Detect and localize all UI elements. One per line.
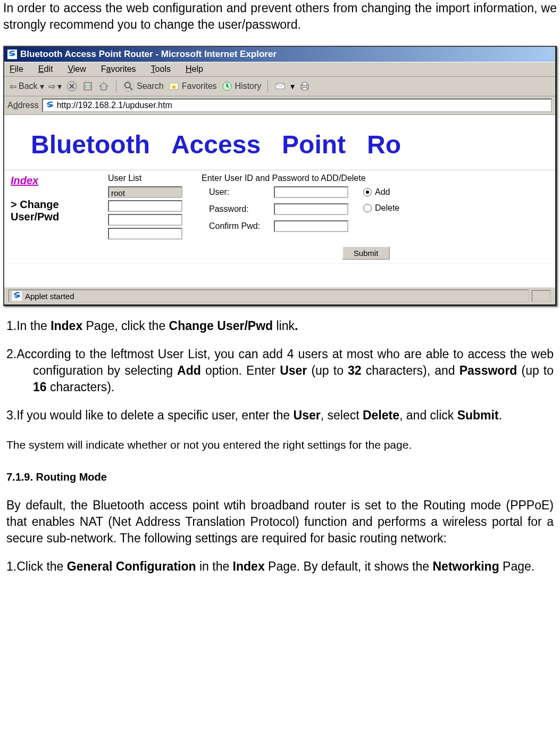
page-icon (12, 291, 22, 301)
forward-button[interactable]: ⇨ ▾ (48, 81, 62, 92)
refresh-icon[interactable] (82, 80, 94, 92)
menu-favorites[interactable]: Favorites (101, 64, 136, 74)
step-2: 2.According to the leftmost User List, y… (6, 346, 554, 395)
user-input[interactable] (274, 186, 348, 198)
home-icon[interactable] (98, 80, 110, 92)
user-label: User: (209, 187, 262, 197)
user-list-item[interactable] (108, 214, 182, 226)
search-button[interactable]: Search (123, 80, 164, 92)
enter-info-label: Enter User ID and Password to ADD/Delete (202, 174, 366, 183)
address-value: http://192.168.2.1/upduser.htm (57, 101, 172, 110)
address-bar: Address http://192.168.2.1/upduser.htm (4, 96, 555, 115)
sidebar-item-change-user[interactable]: > Change User/Pwd (11, 199, 98, 223)
svg-rect-12 (303, 83, 307, 85)
section-heading: 7.1.9. Routing Mode (6, 471, 554, 483)
svg-rect-13 (303, 87, 307, 90)
stop-icon[interactable] (66, 80, 78, 92)
content-area: BluetoothAccessPointRo Index > Change Us… (4, 115, 555, 287)
content-spacer (4, 263, 555, 287)
window-title: Bluetooth Access Point Router - Microsof… (20, 49, 277, 60)
ie-logo-icon (7, 50, 17, 59)
separator-icon (116, 80, 116, 93)
svg-line-6 (130, 87, 132, 90)
submit-button[interactable]: Submit (342, 246, 390, 260)
user-list: root (108, 186, 182, 240)
svg-rect-4 (84, 83, 91, 90)
window-titlebar: Bluetooth Access Point Router - Microsof… (4, 47, 555, 62)
svg-point-5 (125, 83, 130, 88)
status-text: Applet started (25, 292, 74, 301)
radio-icon (363, 188, 372, 196)
radio-icon (363, 204, 372, 212)
add-radio[interactable]: Add (363, 187, 399, 197)
print-icon[interactable] (299, 80, 311, 92)
step-1: 1.In the Index Page, click the Change Us… (6, 318, 554, 334)
password-input[interactable] (274, 203, 348, 215)
menu-file[interactable]: File (10, 64, 23, 74)
step-3: 3.If you would like to delete a specific… (6, 407, 554, 424)
menu-edit[interactable]: Edit (38, 64, 53, 74)
page-icon (45, 101, 55, 110)
intro-paragraph: In order to access the web configuration… (3, 0, 557, 33)
status-bar: Applet started (4, 287, 555, 304)
routing-paragraph: By default, the Bluetooth access point w… (6, 497, 554, 547)
address-label: Address (7, 101, 39, 110)
user-list-item[interactable]: root (108, 186, 182, 198)
page-banner: BluetoothAccessPointRo (4, 115, 555, 170)
toolbar: ⇦ Back ▾ ⇨ ▾ Search Favorites History ▾ (4, 77, 555, 96)
delete-radio[interactable]: Delete (363, 203, 399, 213)
ie-window: Bluetooth Access Point Router - Microsof… (3, 46, 557, 306)
mail-icon[interactable] (274, 80, 286, 92)
history-icon (221, 80, 233, 92)
user-list-item[interactable] (108, 200, 182, 212)
user-list-item[interactable] (108, 228, 182, 240)
note-paragraph: The system will indicate whether or not … (6, 438, 554, 452)
search-icon (123, 80, 135, 92)
form-area: User List Enter User ID and Password to … (105, 170, 555, 263)
user-list-label: User List (108, 174, 182, 183)
confirm-label: Confirm Pwd: (209, 221, 262, 231)
routing-step-1: 1.Click the General Configuration in the… (6, 558, 554, 575)
mail-dropdown-icon[interactable]: ▾ (290, 81, 295, 92)
confirm-password-input[interactable] (274, 220, 348, 232)
history-button[interactable]: History (221, 80, 262, 92)
password-label: Password: (209, 204, 262, 214)
menu-view[interactable]: View (68, 64, 86, 74)
menubar: File Edit View Favorites Tools Help (4, 62, 555, 77)
sidebar: Index > Change User/Pwd (4, 170, 105, 263)
address-input[interactable]: http://192.168.2.1/upduser.htm (42, 98, 552, 112)
sidebar-index-link[interactable]: Index (11, 175, 98, 187)
menu-tools[interactable]: Tools (151, 64, 171, 74)
favorites-button[interactable]: Favorites (168, 80, 217, 92)
back-button[interactable]: ⇦ Back ▾ (10, 81, 44, 92)
favorites-icon (168, 80, 180, 92)
separator-icon (268, 80, 268, 93)
menu-help[interactable]: Help (186, 64, 203, 74)
